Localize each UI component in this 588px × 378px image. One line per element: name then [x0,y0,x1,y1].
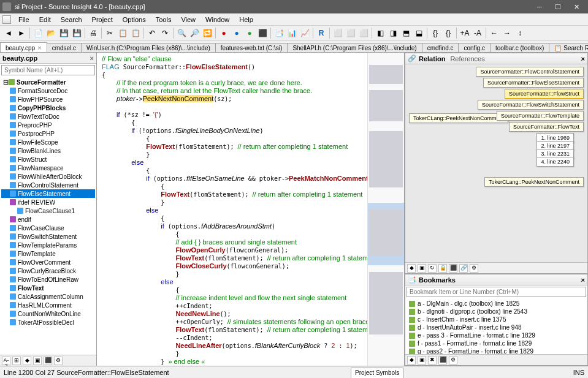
tree-item[interactable]: PreprocPHP [1,121,95,129]
fwd-button[interactable]: ► [15,27,28,39]
relation-node[interactable]: SourceFormatter::FlowStruct [505,89,584,99]
tree-item[interactable]: FlowText [1,284,95,292]
bookmarks-close[interactable]: × [581,276,585,284]
t9-button[interactable]: ⬜ [332,27,344,39]
tree-item[interactable]: FlowOverComment [1,258,95,266]
bookmark-item[interactable]: f - pass1 - FormatLine - format.c line 1… [407,339,586,347]
tree-item[interactable]: FlowCaseClause [1,224,95,232]
menu-file[interactable]: File [13,15,34,25]
menu-window[interactable]: Window [200,15,234,25]
relation-node[interactable]: TokerCLang::PeekNextNonComment [484,177,584,187]
t8-button[interactable]: R [315,27,327,39]
tm-button[interactable]: ↕ [514,27,526,39]
search-button[interactable]: 🔍 [175,27,188,39]
rel-t6[interactable]: 🔗 [459,264,468,273]
rel-t3[interactable]: ↻ [428,264,437,273]
tree-item[interactable]: FlowFileScope [1,138,95,146]
bookmark-item[interactable]: d - InsertUnAutoPair - insert.c line 948 [407,323,586,331]
tab[interactable]: features-web.txt (C:\si) [215,43,288,53]
tl-button[interactable]: → [501,27,513,39]
menu-project[interactable]: Project [87,15,118,25]
bookmark-input[interactable] [407,287,586,297]
bm-t2[interactable]: ▣ [418,356,426,365]
project-tab[interactable]: Project Symbols [351,368,403,378]
tj-button[interactable]: -A [472,27,484,39]
symbol-panel-close[interactable]: × [90,55,94,62]
tree-item[interactable]: FlowTextToDoc [1,112,95,121]
tf-button[interactable]: ⬓ [413,27,425,39]
tree-item[interactable]: CountNonWhiteOnLine [1,309,95,318]
menu-options[interactable]: Options [118,15,151,25]
tree-item[interactable]: FlowBlankLines [1,146,95,155]
copy-button[interactable]: 📋 [116,27,129,39]
ta-button[interactable]: ⬜ [345,27,357,39]
t2-button[interactable]: ● [231,27,243,39]
tab[interactable]: WinUser.h (C:\Program Files (x86)\...\in… [81,43,216,53]
open-button[interactable]: 📂 [45,27,57,39]
bookmark-item[interactable]: e - pass 3 - FormatLine - format.c line … [407,331,586,339]
tree-item[interactable]: FlowSwitchStatement [1,232,95,241]
tree-item[interactable]: FlowCaseClause1 [1,206,95,215]
print-button[interactable]: 🖨 [87,27,99,39]
rel-t1[interactable]: ◆ [407,264,416,273]
tree-root[interactable]: ⊟SourceFormatter [1,78,95,86]
save-button[interactable]: 💾 [58,27,70,39]
t5-button[interactable]: 📑 [273,27,285,39]
bookmark-item[interactable]: g - pass2 - FormatLine - format.c line 1… [407,347,586,354]
bm-t4[interactable]: ⬛ [438,356,447,365]
bookmark-list[interactable]: a - DlgMain - dlg.c (toolbox) line 1825b… [405,298,587,354]
relation-node[interactable]: SourceFormatter::FlowControlStatement [476,67,584,77]
te-button[interactable]: ⬒ [400,27,412,39]
bookmark-item[interactable]: c - InsertChm - insert.c line 1375 [407,316,586,323]
bookmark-item[interactable]: b - dlgnoti - dlgprop.c (toolbox) line 2… [407,308,586,316]
ti-button[interactable]: +A [459,27,471,39]
minimize-button[interactable]: ─ [530,1,549,13]
bm-gear-icon[interactable]: ⚙ [449,356,457,365]
t3-button[interactable]: ● [243,27,256,39]
symbol-tree[interactable]: ⊟SourceFormatterFormatSourceDocFlowPHPSo… [0,77,96,355]
tree-item[interactable]: TokerAtPossibleDecl [1,318,95,327]
maximize-button[interactable]: ☐ [549,1,567,13]
tree-item[interactable]: FlowWhileAfterDoBlock [1,172,95,181]
replace-button[interactable]: 🔁 [201,27,213,39]
code-content[interactable]: // Flow an "else" clause FLAG SourceForm… [97,53,367,366]
tab[interactable]: cmdsel.c [47,43,82,53]
relation-node[interactable]: SourceFormatter::FlowElseStatement [483,78,584,88]
bm-t1[interactable]: ◆ [407,356,416,365]
tree-item[interactable]: FlowToEndOfLineRaw [1,275,95,284]
paste-button[interactable]: 📋 [129,27,142,39]
menu-help[interactable]: Help [234,15,258,25]
tree-item[interactable]: HasRLMLComment [1,301,95,309]
relation-node[interactable]: 4. line 2240 [536,157,574,167]
relation-node[interactable]: SourceFormatter::FlowText [509,122,584,132]
menu-tools[interactable]: Tools [151,15,177,25]
tab[interactable]: ShellAPI.h (C:\Program Files (x86)\...\i… [287,43,422,53]
back-button[interactable]: ◄ [2,27,15,39]
td-button[interactable]: ◨ [387,27,399,39]
tree-item[interactable]: FlowStruct [1,155,95,164]
relation-close[interactable]: × [581,55,585,62]
t6-button[interactable]: 📊 [286,27,298,39]
tg-button[interactable]: {} [429,27,441,39]
t4-button[interactable]: ⬛ [256,27,269,39]
relation-node[interactable]: SourceFormatter::FlowSwitchStatement [478,100,584,110]
tab[interactable]: config.c [458,43,490,53]
relation-node-center[interactable]: TokerCLang::PeekNextNonComment [409,113,508,123]
rel-t2[interactable]: ▣ [418,264,426,273]
tb-button[interactable]: ⬜ [357,27,370,39]
menu-view[interactable]: View [176,15,200,25]
tab[interactable]: toolbar.c (toolbox) [490,43,550,53]
gear-icon[interactable]: ⚙ [54,357,63,365]
rel-gear-icon[interactable]: ⚙ [470,264,478,273]
code-minimap[interactable] [367,53,404,366]
undo-button[interactable]: ↶ [146,27,158,39]
tab[interactable]: beauty.cpp× [0,42,47,53]
t7-button[interactable]: 📈 [299,27,311,39]
tree-item[interactable]: FlowControlStatement [1,181,95,189]
tree-item[interactable]: FlowElseStatement [1,189,95,198]
rel-t4[interactable]: 🔒 [438,264,447,273]
redo-button[interactable]: ↷ [159,27,171,39]
tree-button[interactable]: ⊞ [12,357,21,365]
tree-item[interactable]: CalcAssignmentColumn [1,292,95,301]
tree-item[interactable]: FlowCurlyBraceBlock [1,266,95,275]
